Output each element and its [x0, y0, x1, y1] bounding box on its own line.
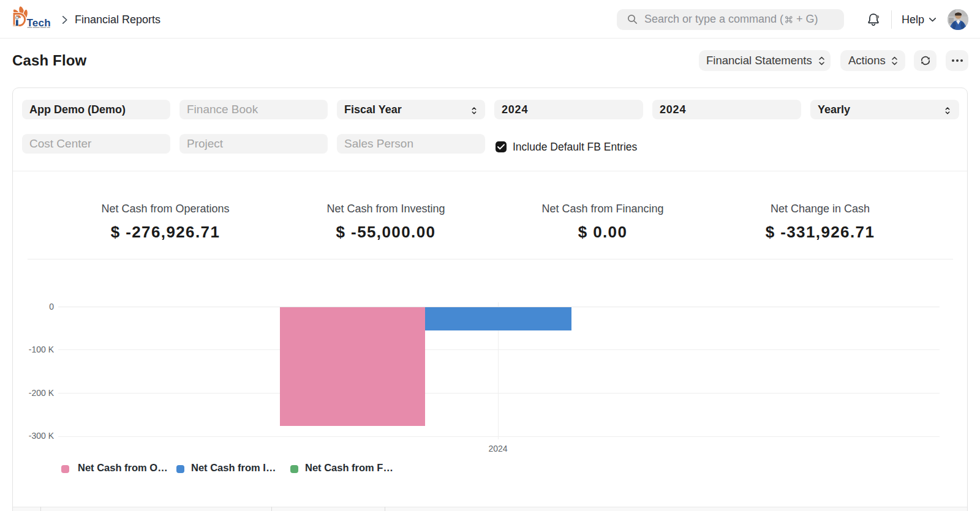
svg-text:Tech: Tech: [27, 17, 51, 29]
